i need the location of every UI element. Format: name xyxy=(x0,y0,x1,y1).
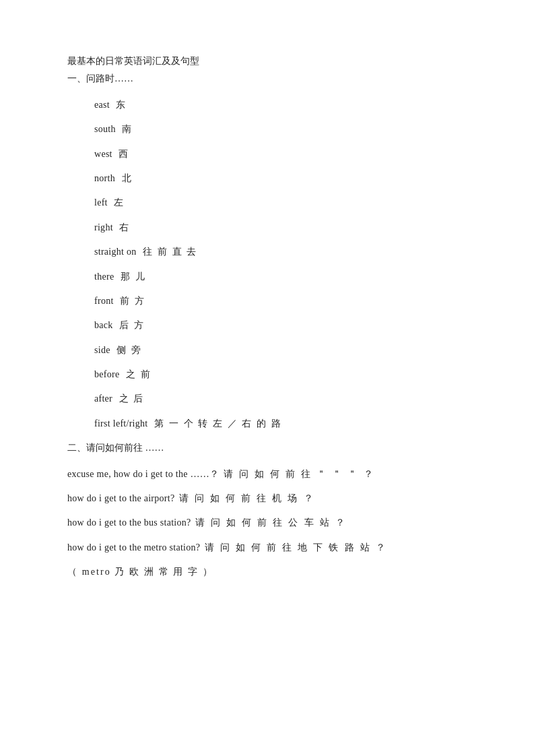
list-item: east 东 xyxy=(94,98,467,113)
vocab-en: east xyxy=(94,100,110,110)
list-item: front 前 方 xyxy=(94,294,467,309)
sentence-zh: 请 问 如 何 前 往 公 车 站 ？ xyxy=(191,517,347,528)
vocab-list: east 东 south 南 west 西 north 北 left 左 rig… xyxy=(94,98,467,431)
list-item: before 之 前 xyxy=(94,367,467,382)
sentence-zh: 请 问 如 何 前 往 ＂ ＂ ＂ ？ xyxy=(219,469,374,479)
sentence-zh: 请 问 如 何 前 往 地 下 铁 路 站 ？ xyxy=(200,542,387,553)
list-item: left 左 xyxy=(94,195,467,210)
note: （ metro 乃 欧 洲 常 用 字 ） xyxy=(67,565,467,579)
list-item: after 之 后 xyxy=(94,391,467,406)
vocab-zh: 右 xyxy=(116,222,131,232)
vocab-en: north xyxy=(94,173,115,183)
sentence-en: how do i get to the bus station? xyxy=(67,517,191,528)
vocab-zh: 东 xyxy=(112,100,127,110)
sentence-item: how do i get to the metro station? 请 问 如… xyxy=(67,540,467,555)
list-item: west 西 xyxy=(94,147,467,162)
vocab-en: straight on xyxy=(94,247,137,257)
list-item: first left/right 第 一 个 转 左 ／ 右 的 路 xyxy=(94,416,467,431)
sentence-en: how do i get to the metro station? xyxy=(67,542,200,553)
page-title: 最基本的日常英语词汇及及句型 xyxy=(67,54,467,69)
vocab-en: front xyxy=(94,296,114,306)
vocab-en: first left/right xyxy=(94,418,148,429)
sentence-en: excuse me, how do i get to the ……？ xyxy=(67,469,219,479)
vocab-zh: 第 一 个 转 左 ／ 右 的 路 xyxy=(151,418,282,429)
vocab-zh: 之 后 xyxy=(115,393,144,404)
page-container: 最基本的日常英语词汇及及句型 一、问路时…… east 东 south 南 we… xyxy=(67,54,467,580)
sentence-item: how do i get to the airport? 请 问 如 何 前 往… xyxy=(67,491,467,506)
list-item: there 那 儿 xyxy=(94,270,467,284)
sentence-en: how do i get to the airport? xyxy=(67,493,174,503)
list-item: back 后 方 xyxy=(94,318,467,333)
vocab-en: west xyxy=(94,149,112,159)
vocab-zh: 北 xyxy=(118,173,133,183)
sentence-item: excuse me, how do i get to the ……？ 请 问 如… xyxy=(67,467,467,482)
vocab-zh: 往 前 直 去 xyxy=(139,247,198,257)
sentence-item: how do i get to the bus station? 请 问 如 何… xyxy=(67,515,467,530)
vocab-en: right xyxy=(94,222,113,232)
vocab-zh: 后 方 xyxy=(116,320,145,330)
list-item: right 右 xyxy=(94,220,467,235)
vocab-zh: 之 前 xyxy=(122,369,151,379)
vocab-en: back xyxy=(94,320,113,330)
vocab-zh: 左 xyxy=(110,197,125,208)
vocab-en: side xyxy=(94,345,110,355)
vocab-en: before xyxy=(94,369,119,379)
vocab-en: left xyxy=(94,197,108,208)
vocab-zh: 前 方 xyxy=(116,296,145,306)
vocab-zh: 南 xyxy=(119,124,133,134)
vocab-en: after xyxy=(94,393,112,404)
list-item: straight on 往 前 直 去 xyxy=(94,245,467,259)
vocab-zh: 那 儿 xyxy=(116,272,145,282)
vocab-zh: 侧 旁 xyxy=(113,345,142,355)
list-item: south 南 xyxy=(94,122,467,137)
sentences-list: excuse me, how do i get to the ……？ 请 问 如… xyxy=(67,467,467,580)
vocab-en: south xyxy=(94,124,116,134)
section1-header: 一、问路时…… xyxy=(67,71,467,86)
list-item: side 侧 旁 xyxy=(94,343,467,358)
section2-header: 二、请问如何前往 …… xyxy=(67,441,467,455)
list-item: north 北 xyxy=(94,171,467,186)
sentence-zh: 请 问 如 何 前 往 机 场 ？ xyxy=(174,493,314,503)
vocab-en: there xyxy=(94,272,114,282)
vocab-zh: 西 xyxy=(115,149,130,159)
